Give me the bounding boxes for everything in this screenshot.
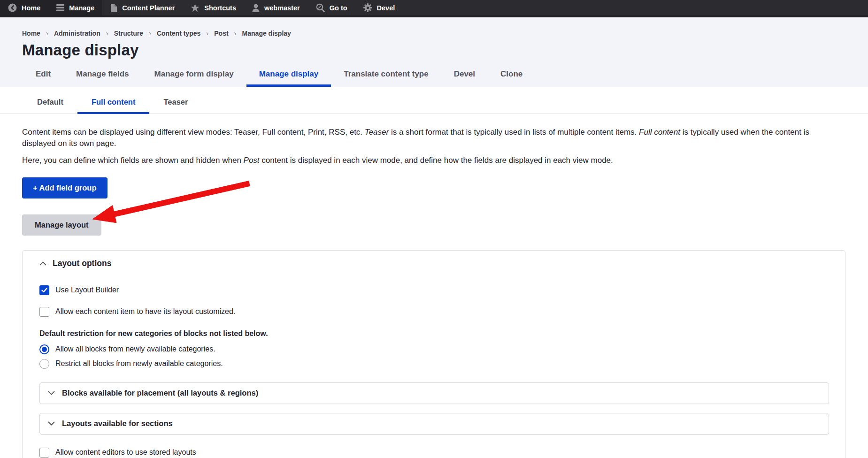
layout-options-legend[interactable]: Layout options <box>39 259 143 268</box>
toolbar-item-label: Home <box>22 4 40 12</box>
search-icon <box>316 3 325 12</box>
breadcrumb-link-home[interactable]: Home <box>22 30 40 37</box>
emphasis-post: Post <box>244 156 260 165</box>
toolbar-item-devel[interactable]: Devel <box>355 0 403 15</box>
toolbar-item-label: Shortcuts <box>204 4 236 12</box>
default-restriction-label: Default restriction for new categories o… <box>39 329 845 338</box>
breadcrumb: Home › Administration › Structure › Cont… <box>22 29 868 37</box>
chevron-up-icon <box>39 261 46 266</box>
star-icon <box>191 4 200 12</box>
page-title: Manage display <box>22 41 868 59</box>
user-icon <box>252 4 260 12</box>
stored-layouts-checkbox[interactable] <box>39 448 49 458</box>
toolbar-item-goto[interactable]: Go to <box>308 0 355 15</box>
allow-all-blocks-row: Allow all blocks from newly available ca… <box>39 344 845 354</box>
tab-translate-content-type[interactable]: Translate content type <box>331 67 441 87</box>
allow-all-blocks-radio[interactable] <box>39 344 49 354</box>
toolbar-item-label: webmaster <box>264 4 300 12</box>
restrict-all-blocks-label[interactable]: Restrict all blocks from newly available… <box>55 359 223 368</box>
use-layout-builder-checkbox[interactable] <box>39 285 49 295</box>
intro-paragraph-1: Content items can be displayed using dif… <box>22 127 844 149</box>
blocks-available-details[interactable]: Blocks available for placement (all layo… <box>39 382 829 404</box>
chevron-down-icon <box>48 391 55 395</box>
breadcrumb-link-administration[interactable]: Administration <box>54 30 100 37</box>
chevron-down-icon <box>48 421 55 426</box>
layout-options-fieldset: Layout options Use Layout Builder Allow … <box>22 250 845 458</box>
breadcrumb-separator: › <box>46 29 48 37</box>
allow-custom-layout-row: Allow each content item to have its layo… <box>39 307 845 317</box>
toolbar-item-label: Manage <box>69 4 94 12</box>
add-field-group-button[interactable]: + Add field group <box>22 177 108 198</box>
page-header: Home › Administration › Structure › Cont… <box>0 17 868 87</box>
toolbar-item-home[interactable]: Home <box>0 0 48 15</box>
tab-devel[interactable]: Devel <box>441 67 488 87</box>
breadcrumb-link-post[interactable]: Post <box>214 30 228 37</box>
breadcrumb-separator: › <box>106 29 108 37</box>
breadcrumb-link-structure[interactable]: Structure <box>114 30 143 37</box>
tab-default[interactable]: Default <box>23 98 77 114</box>
primary-tabs: Edit Manage fields Manage form display M… <box>23 67 868 87</box>
allow-all-blocks-label[interactable]: Allow all blocks from newly available ca… <box>55 345 215 353</box>
menu-icon <box>56 4 64 11</box>
tab-edit[interactable]: Edit <box>23 67 63 87</box>
tab-manage-fields[interactable]: Manage fields <box>63 67 141 87</box>
toolbar-item-label: Go to <box>330 4 347 12</box>
manage-layout-button[interactable]: Manage layout <box>22 214 101 236</box>
use-layout-builder-label[interactable]: Use Layout Builder <box>55 286 119 294</box>
toolbar-item-label: Devel <box>377 4 395 12</box>
stored-layouts-row: Allow content editors to use stored layo… <box>39 448 845 458</box>
tab-manage-display[interactable]: Manage display <box>246 67 331 87</box>
layouts-available-details[interactable]: Layouts available for sections <box>39 413 829 435</box>
emphasis-full-content: Full content <box>639 128 680 137</box>
layout-options-legend-label: Layout options <box>53 259 111 268</box>
allow-custom-layout-checkbox[interactable] <box>39 307 49 317</box>
layouts-available-details-label: Layouts available for sections <box>62 419 173 428</box>
tab-teaser[interactable]: Teaser <box>149 98 202 114</box>
view-mode-tabs: Default Full content Teaser <box>0 87 868 114</box>
breadcrumb-link-content-types[interactable]: Content types <box>157 30 200 37</box>
toolbar-item-manage[interactable]: Manage <box>48 0 102 15</box>
emphasis-teaser: Teaser <box>365 128 389 137</box>
toolbar-item-label: Content Planner <box>122 4 175 12</box>
toolbar-item-shortcuts[interactable]: Shortcuts <box>183 0 244 15</box>
restrict-all-blocks-radio[interactable] <box>39 359 49 369</box>
tab-clone[interactable]: Clone <box>488 67 535 87</box>
breadcrumb-separator: › <box>234 29 237 37</box>
breadcrumb-current: Manage display <box>242 30 291 37</box>
main-content: Content items can be displayed using dif… <box>0 127 868 458</box>
restrict-all-blocks-row: Restrict all blocks from newly available… <box>39 359 845 369</box>
blocks-available-details-label: Blocks available for placement (all layo… <box>62 389 258 397</box>
tab-manage-form-display[interactable]: Manage form display <box>142 67 246 87</box>
use-layout-builder-row: Use Layout Builder <box>39 285 845 295</box>
toolbar-item-user[interactable]: webmaster <box>244 0 308 15</box>
breadcrumb-separator: › <box>149 29 151 37</box>
stored-layouts-label[interactable]: Allow content editors to use stored layo… <box>55 448 196 457</box>
gear-icon <box>363 3 372 12</box>
back-icon <box>8 3 17 12</box>
file-icon <box>110 4 117 12</box>
toolbar-item-content-planner[interactable]: Content Planner <box>102 0 183 15</box>
breadcrumb-separator: › <box>206 29 208 37</box>
intro-paragraph-2: Here, you can define which fields are sh… <box>22 155 844 166</box>
allow-custom-layout-label[interactable]: Allow each content item to have its layo… <box>55 307 235 316</box>
admin-toolbar: Home Manage Content Planner Shortcuts we… <box>0 0 868 17</box>
tab-full-content[interactable]: Full content <box>77 98 150 114</box>
